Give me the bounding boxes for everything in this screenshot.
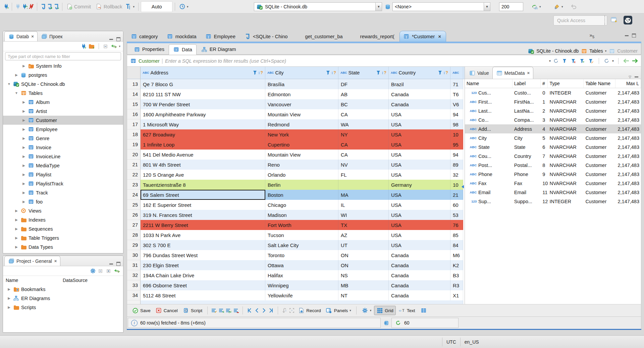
connection-combo[interactable]: SQLite - Chinook.db ▼ [254, 2, 382, 11]
cell-extra[interactable]: 71 [450, 79, 463, 89]
apply-filter-icon[interactable] [561, 58, 568, 64]
sort-icon[interactable]: ↕ [258, 70, 260, 75]
tree-arrow-icon[interactable]: ▶ [14, 227, 18, 231]
row-number-cell[interactable]: 33 [127, 280, 141, 290]
meta-column-name[interactable]: Name [465, 79, 513, 88]
meta-cell-type[interactable]: INTEGER [548, 88, 584, 97]
meta-cell-type[interactable]: NVARCHAR [548, 179, 584, 188]
editor-tab-employee[interactable]: Employee [202, 31, 240, 42]
meta-cell-ordinal[interactable]: 0 [541, 88, 548, 97]
next-row-icon[interactable] [261, 307, 267, 314]
cell-address[interactable]: 1033 N Park Ave [141, 230, 265, 240]
cell-country[interactable]: Germany [389, 180, 450, 190]
meta-cell-ordinal[interactable]: 2 [541, 106, 548, 115]
column-header-country[interactable]: ABCCountry↕? [389, 67, 450, 79]
cell-country[interactable]: USA [389, 109, 450, 119]
row-number-cell[interactable]: 19 [127, 139, 141, 150]
cell-state[interactable]: ON [338, 260, 389, 270]
meta-cell-label[interactable]: FirstNa... [513, 97, 541, 106]
cell-state[interactable]: MB [338, 280, 389, 290]
sidebar-item-postgres[interactable]: ▶postgres [3, 70, 123, 79]
cell-city[interactable]: Madison [265, 210, 338, 220]
auto-refresh-icon[interactable] [603, 58, 610, 64]
tab-projects[interactable]: Проек [38, 32, 66, 41]
metadata-row[interactable]: ABCPost...Postal...8NVARCHARCustomer2,14… [465, 161, 641, 170]
new-connection-icon[interactable]: + [3, 3, 9, 10]
cell-city[interactable]: Brasília [265, 79, 338, 89]
cell-state[interactable]: TX [338, 220, 389, 230]
sort-icon[interactable]: ↕ [381, 70, 383, 75]
cell-country[interactable]: Canada [389, 250, 450, 260]
save-button[interactable]: Save [130, 306, 153, 315]
meta-cell-ordinal[interactable]: 7 [541, 152, 548, 161]
maximize-icon[interactable] [116, 37, 120, 41]
meta-cell-maxlength[interactable]: 2,147,483 [615, 170, 641, 179]
new-folder-icon[interactable]: + [88, 43, 95, 50]
format-button[interactable]: ▾ [552, 3, 565, 11]
meta-cell-type[interactable]: NVARCHAR [548, 170, 584, 179]
filter-history-icon[interactable]: ▾ [549, 59, 551, 63]
tree-arrow-icon[interactable]: ▶ [22, 100, 26, 104]
tab-data[interactable]: ‹›Data [169, 44, 197, 55]
remove-filter-icon[interactable]: x [570, 58, 577, 64]
meta-cell-label[interactable]: Country [513, 152, 541, 161]
commit-button[interactable]: Commit [65, 3, 92, 11]
cell-city[interactable]: Cupertino [265, 139, 338, 150]
editor-tab-mockdata[interactable]: mockdata [163, 31, 202, 42]
history-button[interactable]: ▾ [177, 3, 190, 11]
focus-cell-icon[interactable] [288, 307, 295, 314]
cell-city[interactable]: New York [265, 129, 338, 139]
cell-extra[interactable]: T6 [450, 89, 463, 99]
cell-state[interactable]: DF [338, 79, 389, 89]
meta-cell-name[interactable]: ABCAdd... [465, 124, 513, 133]
cell-extra[interactable]: 21 [450, 190, 463, 200]
meta-cell-name[interactable]: 123Cus... [465, 88, 513, 97]
sidebar-item-views[interactable]: ▶Views [3, 206, 123, 215]
meta-cell-maxlength[interactable]: 2,147,483 [615, 133, 641, 142]
minimize-icon[interactable] [625, 35, 629, 36]
sidebar-item-invoiceline[interactable]: ▶InvoiceLine [3, 152, 123, 161]
meta-cell-ordinal[interactable]: 9 [541, 170, 548, 179]
meta-cell-maxlength[interactable]: 2,147,483 [615, 152, 641, 161]
cell-extra[interactable]: 60 [450, 200, 463, 210]
meta-cell-name[interactable]: ABCCity [465, 133, 513, 142]
table-row[interactable]: 18627 BroadwayNew YorkNYUSA10 [127, 129, 465, 139]
editor-tab-get-customer-ba[interactable]: get_customer_ba [293, 31, 348, 42]
cell-city[interactable]: Edmonton [265, 89, 338, 99]
script-button[interactable]: Script [180, 306, 205, 315]
meta-cell-ordinal[interactable]: 12 [541, 197, 548, 206]
tab-project-general[interactable]: Project - General× [4, 256, 60, 266]
meta-cell-maxlength[interactable]: 2,147,483 [615, 188, 641, 197]
tree-arrow-icon[interactable]: ▶ [14, 218, 18, 222]
metadata-row[interactable]: ABCLast...LastNa...2NVARCHARCustomer2,14… [465, 106, 641, 115]
table-row[interactable]: 22120 S Orange AveOrlandoFLUSA32 [127, 170, 465, 180]
cell-extra[interactable]: 84 [450, 240, 463, 250]
meta-cell-name[interactable]: ABCLast... [465, 106, 513, 115]
meta-column-max-l[interactable]: Max L [615, 79, 641, 88]
metadata-row[interactable]: ABCCou...Country7NVARCHARCustomer2,147,4… [465, 152, 641, 161]
cell-address[interactable]: 700 W Pender Street [141, 99, 265, 109]
cell-city[interactable]: Mountain View [265, 109, 338, 119]
meta-cell-type[interactable]: NVARCHAR [548, 142, 584, 152]
cell-city[interactable]: Tucson [265, 230, 338, 240]
sidebar-item-table-triggers[interactable]: ▶Table Triggers [3, 233, 123, 242]
meta-cell-ordinal[interactable]: 5 [541, 133, 548, 142]
sort-icon[interactable]: ↕ [331, 70, 333, 75]
filter-expression-input[interactable]: Enter a SQL expression to filter results… [165, 58, 286, 64]
meta-cell-label[interactable]: Address [513, 124, 541, 133]
row-number-cell[interactable]: 17 [127, 119, 141, 129]
refresh-icon[interactable] [395, 320, 401, 326]
column-datasource[interactable]: DataSource [63, 278, 88, 283]
filter-funnel-icon[interactable] [326, 69, 331, 76]
column-header-address[interactable]: ABCAddress↕? [141, 67, 265, 79]
cell-state[interactable]: AB [338, 89, 389, 99]
close-icon[interactable]: × [54, 258, 57, 264]
meta-cell-ordinal[interactable]: 11 [541, 188, 548, 197]
connect-icon[interactable] [14, 3, 21, 10]
schema-combo-arrow[interactable]: ▼ [484, 3, 490, 11]
cell-address[interactable]: Tauentzienstraße 8 [141, 180, 265, 190]
edit-row-icon[interactable] [211, 307, 217, 314]
edit-filter-icon[interactable] [588, 58, 594, 64]
cell-address[interactable]: 5112 48 Street [141, 290, 265, 300]
metadata-row[interactable]: 123Cus...Custo...0INTEGERCustomer2,147,4… [465, 88, 641, 97]
